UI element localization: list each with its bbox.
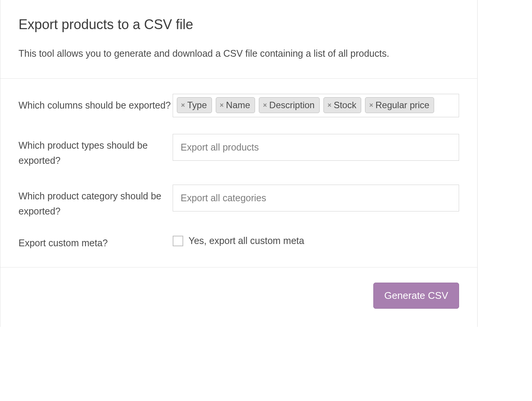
product-types-label: Which product types should be exported? — [19, 134, 173, 168]
product-types-control: Export all products — [173, 134, 459, 161]
close-icon[interactable]: × — [181, 102, 185, 109]
tag-stock: × Stock — [323, 97, 362, 113]
tag-label: Name — [226, 100, 250, 110]
product-types-select[interactable]: Export all products — [173, 134, 459, 161]
columns-row: Which columns should be exported? × Type… — [19, 94, 459, 117]
header-section: Export products to a CSV file This tool … — [0, 0, 477, 78]
product-category-select[interactable]: Export all categories — [173, 185, 459, 211]
tag-type: × Type — [177, 97, 212, 113]
columns-tag-input[interactable]: × Type × Name × Description × Stock — [173, 94, 459, 117]
form-section: Which columns should be exported? × Type… — [0, 78, 477, 267]
custom-meta-row: Export custom meta? Yes, export all cust… — [19, 235, 459, 250]
custom-meta-checkbox[interactable] — [173, 236, 183, 246]
page-description: This tool allows you to generate and dow… — [19, 47, 459, 60]
footer-section: Generate CSV — [0, 267, 477, 327]
product-category-control: Export all categories — [173, 185, 459, 211]
tag-description: × Description — [259, 97, 320, 113]
custom-meta-checkbox-label: Yes, export all custom meta — [189, 235, 304, 246]
tag-label: Regular price — [376, 100, 430, 110]
close-icon[interactable]: × — [328, 102, 332, 109]
custom-meta-label: Export custom meta? — [19, 235, 173, 250]
generate-csv-button[interactable]: Generate CSV — [373, 283, 459, 309]
close-icon[interactable]: × — [369, 102, 373, 109]
product-category-label: Which product category should be exporte… — [19, 185, 173, 219]
close-icon[interactable]: × — [263, 102, 267, 109]
tag-label: Stock — [334, 100, 356, 110]
product-category-row: Which product category should be exporte… — [19, 185, 459, 219]
product-types-row: Which product types should be exported? … — [19, 134, 459, 168]
tag-regular-price: × Regular price — [365, 97, 434, 113]
close-icon[interactable]: × — [220, 102, 224, 109]
columns-label: Which columns should be exported? — [19, 94, 173, 113]
tag-name: × Name — [216, 97, 255, 113]
page-title: Export products to a CSV file — [19, 17, 459, 33]
tag-label: Type — [187, 100, 207, 110]
custom-meta-control: Yes, export all custom meta — [173, 235, 459, 246]
columns-control: × Type × Name × Description × Stock — [173, 94, 459, 117]
tag-label: Description — [269, 100, 315, 110]
export-panel: Export products to a CSV file This tool … — [0, 0, 478, 327]
